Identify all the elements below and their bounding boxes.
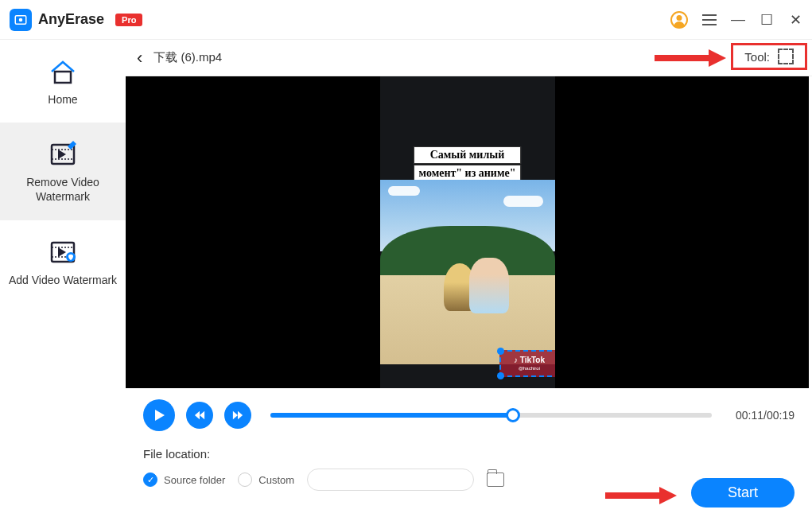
video-caption: Самый милый момент" из аниме"	[414, 146, 522, 183]
annotation-arrow-icon	[655, 52, 726, 64]
annotation-arrow-icon	[605, 490, 677, 501]
time-display: 00:11/00:19	[731, 409, 795, 422]
filename: 下载 (6).mp4	[153, 50, 222, 65]
selection-handle[interactable]	[497, 348, 504, 355]
sidebar-item-remove-watermark[interactable]: Remove Video Watermark	[0, 122, 126, 220]
svg-point-1	[19, 18, 23, 21]
minimize-button[interactable]: —	[731, 11, 745, 28]
svg-marker-4	[58, 150, 66, 159]
app-name: AnyErase	[38, 11, 104, 28]
svg-marker-10	[200, 411, 204, 420]
radio-checked-icon: ✓	[143, 472, 157, 487]
close-button[interactable]: ✕	[788, 11, 802, 29]
source-folder-option[interactable]: ✓ Source folder	[143, 472, 225, 487]
browse-folder-icon[interactable]	[487, 472, 504, 487]
selection-handle[interactable]	[497, 372, 504, 379]
svg-marker-11	[233, 411, 238, 420]
menu-icon[interactable]	[702, 14, 717, 25]
custom-folder-option[interactable]: Custom	[238, 472, 294, 487]
video-scene	[380, 180, 555, 364]
back-button[interactable]: ‹	[126, 48, 153, 68]
timeline-handle[interactable]	[506, 408, 520, 422]
sidebar-item-home[interactable]: Home	[0, 40, 126, 122]
svg-marker-12	[238, 411, 243, 420]
svg-marker-8	[155, 410, 165, 421]
rewind-button[interactable]	[186, 402, 213, 429]
app-logo-icon	[10, 9, 32, 31]
watermark-selection[interactable]: ♪ TikTok @hachiroi	[499, 350, 555, 377]
sidebar: Home Remove Video Watermark Add Video Wa…	[0, 40, 126, 525]
play-button[interactable]	[143, 399, 175, 431]
custom-path-input[interactable]	[307, 469, 474, 491]
sidebar-item-label: Remove Video Watermark	[8, 175, 118, 204]
sidebar-item-label: Add Video Watermark	[8, 273, 118, 287]
svg-rect-2	[55, 72, 71, 83]
start-button[interactable]: Start	[691, 478, 795, 508]
file-location-label: File location:	[143, 447, 795, 461]
home-icon	[47, 56, 79, 86]
sidebar-item-add-watermark[interactable]: Add Video Watermark	[0, 220, 126, 303]
pro-badge: Pro	[115, 14, 142, 26]
crop-selection-icon[interactable]	[778, 49, 794, 64]
tool-label: Tool:	[744, 50, 770, 64]
svg-marker-6	[58, 247, 66, 257]
add-watermark-icon	[47, 236, 79, 266]
tool-selector-highlight: Tool:	[731, 43, 807, 70]
forward-button[interactable]	[224, 402, 251, 429]
svg-marker-9	[195, 411, 200, 420]
maximize-button[interactable]: ☐	[760, 11, 774, 29]
tiktok-watermark: ♪ TikTok @hachiroi	[501, 352, 555, 375]
remove-watermark-icon	[47, 138, 79, 169]
sidebar-item-label: Home	[8, 92, 118, 107]
timeline-slider[interactable]	[270, 413, 712, 418]
radio-unchecked-icon	[238, 472, 252, 487]
video-preview[interactable]: Самый милый момент" из аниме"	[126, 76, 809, 388]
user-account-icon[interactable]	[670, 11, 688, 29]
